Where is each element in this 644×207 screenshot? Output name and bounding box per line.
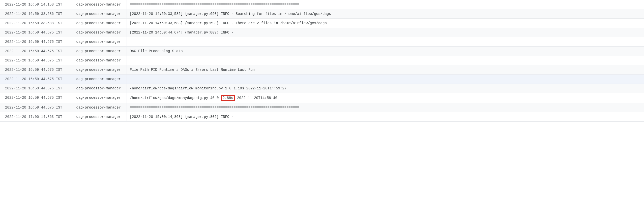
log-source: dag-processor-manager <box>73 65 127 75</box>
log-row[interactable]: 2022-11-20 16:59:44.675 ISTdag-processor… <box>0 75 644 84</box>
log-row[interactable]: 2022-11-20 16:59:44.675 ISTdag-processor… <box>0 28 644 37</box>
log-timestamp: 2022-11-20 16:59:44.675 IST <box>0 103 73 112</box>
log-message-post: 2022-11-20T14:58:40 <box>235 96 277 100</box>
log-timestamp: 2022-11-20 16:59:33.586 IST <box>0 9 73 19</box>
log-source: dag-processor-manager <box>73 75 127 84</box>
log-table-body: 2022-11-20 16:59:14.158 ISTdag-processor… <box>0 0 644 122</box>
log-source: dag-processor-manager <box>73 56 127 65</box>
log-message: [2022-11-20 15:00:14,863] {manager.py:80… <box>127 112 644 122</box>
log-message: ========================================… <box>127 37 644 47</box>
log-message: ========================================… <box>127 103 644 112</box>
log-source: dag-processor-manager <box>73 84 127 93</box>
log-message: DAG File Processing Stats <box>127 47 644 56</box>
log-source: dag-processor-manager <box>73 0 127 9</box>
log-row[interactable]: 2022-11-20 16:59:14.158 ISTdag-processor… <box>0 0 644 9</box>
log-timestamp: 2022-11-20 16:59:44.675 IST <box>0 65 73 75</box>
log-message <box>127 56 644 65</box>
log-message: [2022-11-20 14:59:33,588] {manager.py:69… <box>127 19 644 28</box>
log-message: ----------------------------------------… <box>127 75 644 84</box>
log-row[interactable]: 2022-11-20 16:59:44.675 ISTdag-processor… <box>0 47 644 56</box>
log-row[interactable]: 2022-11-20 16:59:44.675 ISTdag-processor… <box>0 65 644 75</box>
log-row[interactable]: 2022-11-20 16:59:33.588 ISTdag-processor… <box>0 19 644 28</box>
log-timestamp: 2022-11-20 16:59:14.158 IST <box>0 0 73 9</box>
log-message-pre: /home/airflow/gcs/dags/manydagsbig.py 40… <box>130 96 221 100</box>
log-row[interactable]: 2022-11-20 16:59:44.675 ISTdag-processor… <box>0 93 644 103</box>
log-row[interactable]: 2022-11-20 16:59:33.586 ISTdag-processor… <box>0 9 644 19</box>
log-row[interactable]: 2022-11-20 16:59:44.675 ISTdag-processor… <box>0 56 644 65</box>
log-timestamp: 2022-11-20 16:59:44.675 IST <box>0 75 73 84</box>
log-message: [2022-11-20 14:59:44,674] {manager.py:80… <box>127 28 644 37</box>
log-message: [2022-11-20 14:59:33,585] {manager.py:69… <box>127 9 644 19</box>
log-timestamp: 2022-11-20 16:59:44.675 IST <box>0 47 73 56</box>
log-row[interactable]: 2022-11-20 16:59:44.675 ISTdag-processor… <box>0 37 644 47</box>
log-timestamp: 2022-11-20 16:59:44.675 IST <box>0 56 73 65</box>
log-message: /home/airflow/gcs/dags/manydagsbig.py 40… <box>127 93 644 103</box>
log-source: dag-processor-manager <box>73 93 127 103</box>
log-source: dag-processor-manager <box>73 103 127 112</box>
highlight-box: 2.89s <box>221 95 235 101</box>
log-timestamp: 2022-11-20 16:59:33.588 IST <box>0 19 73 28</box>
log-message: ========================================… <box>127 0 644 9</box>
log-table: 2022-11-20 16:59:14.158 ISTdag-processor… <box>0 0 644 122</box>
log-row[interactable]: 2022-11-20 16:59:44.675 ISTdag-processor… <box>0 84 644 93</box>
log-row[interactable]: 2022-11-20 16:59:44.675 ISTdag-processor… <box>0 103 644 112</box>
log-source: dag-processor-manager <box>73 28 127 37</box>
log-source: dag-processor-manager <box>73 47 127 56</box>
log-row[interactable]: 2022-11-20 17:00:14.863 ISTdag-processor… <box>0 112 644 122</box>
log-timestamp: 2022-11-20 16:59:44.675 IST <box>0 37 73 47</box>
log-source: dag-processor-manager <box>73 37 127 47</box>
log-source: dag-processor-manager <box>73 9 127 19</box>
log-timestamp: 2022-11-20 16:59:44.675 IST <box>0 84 73 93</box>
log-timestamp: 2022-11-20 16:59:44.675 IST <box>0 28 73 37</box>
log-source: dag-processor-manager <box>73 19 127 28</box>
log-timestamp: 2022-11-20 17:00:14.863 IST <box>0 112 73 122</box>
log-message: File Path PID Runtime # DAGs # Errors La… <box>127 65 644 75</box>
log-timestamp: 2022-11-20 16:59:44.675 IST <box>0 93 73 103</box>
log-source: dag-processor-manager <box>73 112 127 122</box>
log-message: /home/airflow/gcs/dags/airflow_monitorin… <box>127 84 644 93</box>
